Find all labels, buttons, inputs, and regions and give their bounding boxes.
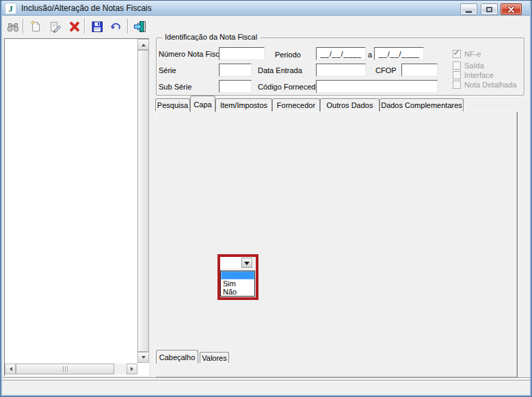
- numero-nota-fiscal-label: Número Nota Fiscal: [159, 50, 225, 58]
- edit-document-icon: [49, 20, 62, 33]
- sub-serie-input[interactable]: [219, 80, 252, 93]
- arrow-right-icon: [131, 367, 135, 371]
- nfe-checkbox[interactable]: [453, 50, 461, 58]
- grip-icon: [63, 366, 68, 372]
- nota-detalhada-label: Nota Detalhada: [464, 81, 516, 89]
- exit-door-icon: [133, 20, 146, 33]
- tab-label: Capa: [194, 100, 211, 109]
- nota-detalhada-checkbox[interactable]: [453, 81, 461, 89]
- ipi-atacadista-combobox[interactable]: [219, 256, 254, 269]
- chevron-down-icon[interactable]: [241, 258, 252, 268]
- edit-button[interactable]: [47, 18, 64, 35]
- codigo-fornecedor-input[interactable]: [316, 80, 438, 93]
- periodo-label: Periodo: [275, 51, 301, 59]
- ipi-option-blank[interactable]: [221, 271, 254, 279]
- toolbar-separator: [23, 18, 24, 33]
- maximize-icon: [486, 7, 492, 12]
- tab-outros-dados[interactable]: Outros Dados: [320, 98, 380, 111]
- title-bar: J Inclusão/Alteração de Notas Fiscais: [1, 1, 531, 16]
- horizontal-scroll-thumb[interactable]: [16, 364, 114, 374]
- data-entrada-label: Data Entrada: [258, 66, 302, 74]
- vertical-scroll-thumb[interactable]: [137, 50, 149, 352]
- arrow-down-icon: [142, 356, 146, 361]
- toolbar-separator: [127, 18, 129, 33]
- tab-label: Item/Impostos: [220, 101, 267, 109]
- vertical-scrollbar[interactable]: [137, 39, 149, 363]
- periodo-inicio-input[interactable]: __/__/____: [316, 47, 366, 60]
- subtab-label: Cabeçalho: [159, 353, 196, 361]
- minimize-icon: [466, 11, 472, 13]
- cfop-label: CFOP: [375, 66, 397, 74]
- groupbox-title: Identificação da Nota Fiscal: [162, 33, 260, 41]
- scroll-left-button[interactable]: [5, 364, 16, 374]
- data-entrada-input[interactable]: [316, 64, 366, 77]
- subtab-valores[interactable]: Valores: [200, 352, 229, 363]
- window-title: Inclusão/Alteração de Notas Fiscais: [21, 1, 152, 16]
- undo-arrow-icon: [109, 20, 122, 33]
- minimize-button[interactable]: [460, 3, 477, 15]
- subtab-label: Valores: [202, 354, 226, 362]
- find-button[interactable]: [5, 18, 21, 35]
- subtab-cabecalho[interactable]: Cabeçalho: [156, 350, 198, 364]
- tab-label: Dados Complementares: [381, 101, 462, 109]
- serie-input[interactable]: [219, 64, 252, 77]
- cfop-input[interactable]: [401, 64, 438, 77]
- scroll-up-button[interactable]: [137, 39, 149, 50]
- save-floppy-icon: [90, 20, 104, 33]
- save-button[interactable]: [89, 18, 105, 35]
- maximize-button[interactable]: [481, 3, 498, 15]
- arrow-up-icon: [142, 42, 146, 46]
- close-button[interactable]: [501, 3, 522, 15]
- new-button[interactable]: [27, 18, 44, 35]
- close-icon: [507, 6, 515, 13]
- ipi-option-nao[interactable]: Não: [221, 288, 254, 296]
- interface-label: Interface: [464, 71, 494, 79]
- sub-serie-label: Sub Série: [159, 83, 191, 91]
- delete-x-icon: [68, 20, 81, 33]
- tab-dados-complementares[interactable]: Dados Complementares: [380, 98, 464, 111]
- records-list[interactable]: [4, 38, 150, 377]
- tab-pesquisa[interactable]: Pesquisa: [155, 98, 190, 111]
- tab-label: Fornecedor: [277, 101, 315, 109]
- tab-item-impostos[interactable]: Item/Impostos: [215, 98, 272, 111]
- tab-label: Outros Dados: [327, 101, 373, 109]
- delete-button[interactable]: [66, 18, 83, 35]
- interface-checkbox[interactable]: [453, 71, 461, 79]
- ipi-dropdown-list: Sim Não: [220, 271, 255, 297]
- horizontal-scrollbar[interactable]: [5, 364, 137, 374]
- ipi-option-sim[interactable]: Sim: [221, 279, 254, 288]
- scroll-down-button[interactable]: [137, 352, 149, 363]
- periodo-a-label: a: [368, 51, 372, 59]
- nfe-label: NF-e: [464, 50, 481, 58]
- binoculars-icon: [6, 20, 20, 33]
- saida-label: Saída: [464, 61, 484, 70]
- app-icon: J: [5, 3, 16, 14]
- periodo-fim-input[interactable]: __/__/____: [374, 47, 424, 60]
- numero-nota-fiscal-input[interactable]: [219, 47, 265, 60]
- tab-label: Pesquisa: [157, 101, 188, 109]
- new-document-icon: [29, 20, 42, 33]
- svg-text:J: J: [8, 3, 13, 14]
- tab-capa[interactable]: Capa: [190, 96, 215, 112]
- saida-checkbox[interactable]: [453, 61, 461, 70]
- codigo-fornecedor-label: Código Fornecedor: [258, 83, 322, 91]
- undo-button[interactable]: [107, 18, 124, 35]
- scroll-right-button[interactable]: [127, 364, 137, 374]
- capa-tab-page: [155, 111, 518, 378]
- serie-label: Série: [159, 66, 176, 74]
- status-bar: [2, 380, 530, 394]
- toolbar-separator: [84, 18, 85, 33]
- exit-button[interactable]: [131, 18, 148, 35]
- tab-fornecedor[interactable]: Fornecedor: [272, 98, 320, 111]
- window: J Inclusão/Alteração de Notas Fiscais: [0, 0, 532, 397]
- arrow-left-icon: [8, 367, 12, 371]
